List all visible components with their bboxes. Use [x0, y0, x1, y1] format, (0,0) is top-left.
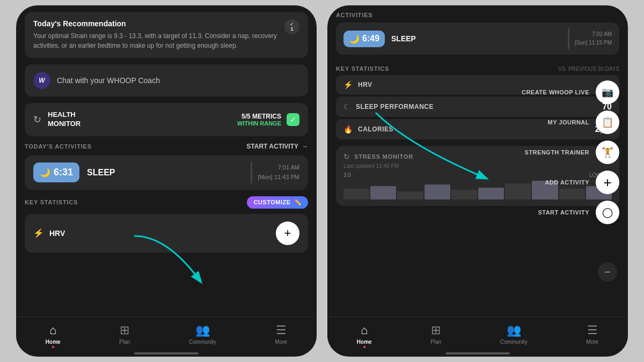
home-icon-right: ⌂	[361, 323, 368, 337]
hrv-left: ⚡ HRV	[33, 228, 65, 238]
sleep-label-right: SLEEP	[391, 34, 568, 43]
stress-bar-3	[397, 191, 423, 200]
fab-start-activity[interactable]: START ACTIVITY ◯	[522, 201, 619, 224]
vs-text: VS. PREVIOUS 30 DAYS	[558, 66, 619, 72]
sleep-perf-icon: ☾	[343, 102, 350, 111]
fab-journal-icon[interactable]: 📋	[596, 110, 619, 134]
nav-home-right[interactable]: ⌂ Home	[348, 321, 380, 347]
sleep-time-info: 7:01 AM [Mon] 11:43 PM	[258, 163, 299, 182]
health-monitor-card[interactable]: ↻ HEALTH MONITOR 5/5 METRICS WITHIN RANG…	[25, 103, 308, 136]
start-activity-button[interactable]: START ACTIVITY →	[246, 143, 308, 150]
hrv-stat-label: HRV	[358, 81, 372, 88]
minus-icon: −	[598, 262, 617, 282]
activities-header: TODAY'S ACTIVITIES START ACTIVITY →	[25, 143, 308, 150]
stress-bar-1	[343, 189, 369, 200]
stress-icon: ↻	[343, 152, 350, 161]
nav-more-label-left: More	[275, 339, 287, 345]
nav-home-label-right: Home	[357, 339, 372, 345]
fab-add-icon[interactable]: +	[596, 171, 619, 194]
fab-journal-label: MY JOURNAL	[547, 119, 589, 125]
nav-more-right[interactable]: ☰ More	[577, 321, 607, 347]
sleep-time-right-info: 7:02 AM [Sun] 11:15 PM	[575, 30, 612, 47]
nav-community-left[interactable]: 👥 Community	[180, 321, 225, 347]
sleep-duration: 6:31	[54, 167, 73, 178]
activities-title: TODAY'S ACTIVITIES	[25, 143, 92, 150]
health-check-icon: ✓	[287, 113, 299, 126]
plan-icon-right: ⊞	[431, 323, 441, 337]
fab-start-icon[interactable]: ◯	[596, 201, 619, 224]
hrv-icon: ⚡	[33, 228, 44, 238]
nav-more-left[interactable]: ☰ More	[266, 321, 296, 347]
fab-start-label: START ACTIVITY	[538, 209, 589, 216]
fab-create-whoop-live[interactable]: CREATE WHOOP LIVE 📷	[522, 80, 619, 104]
calories-label: CALORIES	[358, 125, 393, 133]
hrv-stat-icon: ⚡	[343, 80, 353, 89]
nav-plan-label-left: Plan	[119, 339, 130, 345]
stress-value: 3.0	[343, 172, 351, 178]
sleep-duration-right: 6:49	[362, 34, 379, 43]
fab-container: CREATE WHOOP LIVE 📷 MY JOURNAL 📋 STRENGT…	[522, 80, 619, 224]
nav-plan-label-right: Plan	[430, 339, 441, 345]
sleep-card-right[interactable]: 🌙 6:49 SLEEP 7:02 AM [Sun] 11:15 PM	[336, 23, 619, 55]
health-metrics: 5/5 METRICS WITHIN RANGE	[237, 113, 281, 127]
moon-icon-right: 🌙	[349, 34, 360, 44]
bottom-nav-right: ⌂ Home ⊞ Plan 👥 Community ☰ More	[327, 316, 628, 349]
fab-strength-label: STRENGTH TRAINER	[525, 149, 589, 156]
fab-my-journal[interactable]: MY JOURNAL 📋	[522, 110, 619, 134]
sleep-label: SLEEP	[87, 168, 251, 178]
community-icon-left: 👥	[195, 323, 210, 337]
sleep-perf-label: SLEEP PERFORMANCE	[356, 103, 434, 110]
fab-close-button[interactable]: −	[598, 262, 617, 282]
fab-camera-icon[interactable]: 📷	[596, 80, 619, 104]
sleep-divider-right	[568, 28, 569, 49]
home-indicator-right	[445, 352, 510, 354]
fab-strength-trainer[interactable]: STRENGTH TRAINER 🏋	[522, 141, 619, 164]
nav-active-dot-left	[52, 346, 54, 348]
fab-add-label: ADD ACTIVITY	[545, 179, 589, 186]
more-icon-left: ☰	[276, 323, 287, 337]
nav-home-label-left: Home	[46, 339, 61, 345]
activities-title-right: ACTIVITIES	[336, 12, 619, 18]
home-icon-left: ⌂	[49, 323, 56, 337]
key-stats-title-right: KEY STATISTICS	[336, 65, 389, 72]
nav-more-label-right: More	[586, 339, 598, 345]
coach-bar[interactable]: W Chat with your WHOOP Coach	[25, 64, 308, 97]
left-phone: Today's Recommendation Your optimal Stra…	[16, 5, 317, 357]
nav-community-right[interactable]: 👥 Community	[492, 321, 536, 347]
arrow-right-icon: →	[302, 143, 308, 150]
health-monitor-label: HEALTH MONITOR	[48, 110, 80, 129]
fab-create-label: CREATE WHOOP LIVE	[522, 89, 589, 95]
sleep-activity-card[interactable]: 🌙 6:31 SLEEP 7:01 AM [Mon] 11:43 PM	[25, 156, 308, 190]
rec-title: Today's Recommendation	[33, 19, 279, 28]
nav-active-dot-right	[363, 346, 365, 348]
nav-home-left[interactable]: ⌂ Home	[37, 321, 69, 347]
plan-icon-left: ⊞	[120, 323, 129, 337]
sleep-divider	[251, 162, 252, 183]
moon-icon: 🌙	[40, 167, 50, 178]
health-monitor-icon: ↻	[33, 114, 41, 125]
key-stats-title: KEY STATISTICS	[25, 199, 78, 205]
sleep-pill-right: 🌙 6:49	[343, 31, 385, 47]
stress-bar-4	[425, 184, 450, 200]
nav-plan-right[interactable]: ⊞ Plan	[422, 321, 450, 347]
coach-text: Chat with your WHOOP Coach	[57, 76, 160, 85]
stress-bar-6	[478, 188, 504, 200]
recommendation-card[interactable]: Today's Recommendation Your optimal Stra…	[25, 12, 308, 58]
customize-button[interactable]: CUSTOMIZE ✏️	[247, 196, 308, 209]
bottom-nav-left: ⌂ Home ⊞ Plan 👥 Community ☰ More	[16, 316, 317, 349]
key-stats-header: KEY STATISTICS CUSTOMIZE ✏️	[25, 196, 308, 209]
more-icon-right: ☰	[587, 323, 598, 337]
fab-add-activity[interactable]: ADD ACTIVITY +	[522, 171, 619, 194]
add-hrv-button[interactable]: +	[276, 221, 299, 245]
pencil-icon: ✏️	[294, 199, 302, 206]
nav-community-label-left: Community	[189, 339, 216, 345]
nav-plan-left[interactable]: ⊞ Plan	[111, 321, 138, 347]
key-stats-header-right: KEY STATISTICS VS. PREVIOUS 30 DAYS	[336, 65, 619, 72]
rec-badge-num: 1	[290, 27, 293, 32]
fab-strength-icon[interactable]: 🏋	[596, 141, 619, 164]
home-indicator-left	[134, 352, 199, 354]
hrv-card[interactable]: ⚡ HRV +	[25, 214, 308, 253]
calories-icon: 🔥	[343, 125, 353, 134]
community-icon-right: 👥	[507, 323, 521, 337]
stress-bar-5	[451, 190, 477, 200]
